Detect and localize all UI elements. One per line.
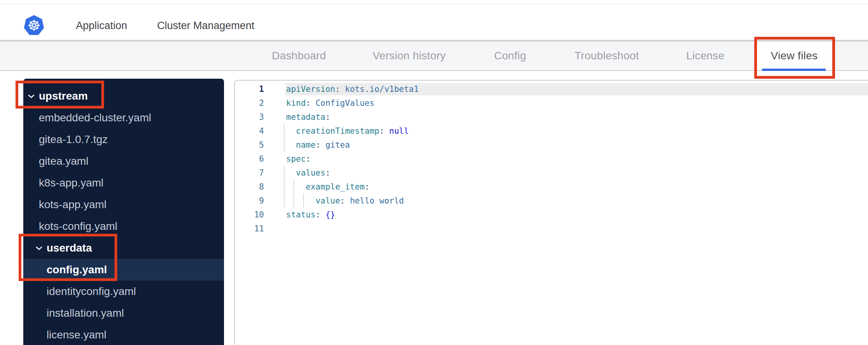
tree-file-embedded-cluster.yaml[interactable]: embedded-cluster.yaml — [23, 107, 224, 129]
tree-item-label: config.yaml — [47, 264, 107, 276]
tree-file-installation.yaml[interactable]: installation.yaml — [23, 302, 224, 324]
line-number: 6 — [235, 152, 264, 166]
subnav-tab-troubleshoot[interactable]: Troubleshoot — [567, 41, 647, 70]
line-number: 5 — [235, 138, 264, 152]
tree-item-label: identityconfig.yaml — [47, 285, 136, 298]
file-tree-sidebar: upstreamembedded-cluster.yamlgitea-1.0.7… — [23, 79, 224, 345]
yaml-code-editor[interactable]: 1apiVersion: kots.io/v1beta12kind: Confi… — [234, 80, 868, 345]
code-line-3: 3metadata: — [235, 110, 868, 124]
helm-wheel-icon: ☸ — [27, 18, 40, 33]
line-number: 9 — [235, 194, 264, 208]
code-line-9: 9 value: hello world — [235, 194, 868, 208]
tree-file-kots-config.yaml[interactable]: kots-config.yaml — [23, 216, 224, 237]
tree-item-label: embedded-cluster.yaml — [39, 112, 151, 124]
subnav-tab-view-files[interactable]: View files — [757, 41, 832, 70]
tree-file-gitea.yaml[interactable]: gitea.yaml — [23, 150, 224, 172]
code-line-8: 8 example_item: — [235, 180, 868, 194]
view-files-active-underline — [762, 69, 826, 71]
line-number: 2 — [235, 96, 264, 110]
tab-cluster-management[interactable]: Cluster Management — [148, 16, 264, 35]
tree-item-label: k8s-app.yaml — [39, 177, 104, 189]
code-line-6: 6spec: — [235, 152, 868, 166]
subnav-tab-dashboard[interactable]: Dashboard — [264, 41, 334, 70]
indent-guide — [284, 166, 285, 180]
tab-application[interactable]: Application — [61, 16, 142, 35]
tree-folder-userdata[interactable]: userdata — [23, 237, 224, 259]
tree-item-label: kots-config.yaml — [39, 220, 117, 233]
tree-item-label: gitea.yaml — [39, 155, 89, 167]
chevron-down-icon[interactable] — [36, 246, 42, 250]
tree-file-license.yaml[interactable]: license.yaml — [23, 324, 224, 345]
code-line-11: 11 — [235, 222, 868, 236]
indent-guide — [284, 194, 285, 208]
subnav-tab-license[interactable]: License — [679, 41, 733, 70]
kots-admin-console: ☸ Application Cluster Management Dashboa… — [0, 0, 868, 345]
tree-file-kots-app.yaml[interactable]: kots-app.yaml — [23, 194, 224, 216]
tree-file-k8s-app.yaml[interactable]: k8s-app.yaml — [23, 172, 224, 194]
subnav-tab-config[interactable]: Config — [486, 41, 534, 70]
indent-guide — [284, 124, 285, 138]
code-line-text: spec: — [286, 152, 311, 166]
tree-item-label: gitea-1.0.7.tgz — [39, 133, 108, 146]
tree-item-label: license.yaml — [47, 329, 106, 341]
kubernetes-logo-icon: ☸ — [23, 15, 45, 36]
code-line-text: example_item: — [286, 180, 370, 194]
tree-item-label: upstream — [39, 90, 88, 102]
tree-file-config.yaml[interactable]: config.yaml — [23, 259, 224, 281]
line-number: 4 — [235, 124, 264, 138]
tree-folder-upstream[interactable]: upstream — [23, 85, 224, 107]
code-line-10: 10status: {} — [235, 208, 868, 222]
code-line-text: creationTimestamp: null — [286, 124, 409, 138]
line-number: 3 — [235, 110, 264, 124]
code-line-text: values: — [286, 166, 330, 180]
chevron-down-icon[interactable] — [28, 94, 35, 98]
indent-guide — [284, 180, 285, 194]
code-line-4: 4 creationTimestamp: null — [235, 124, 868, 138]
line-number: 7 — [235, 166, 264, 180]
code-line-text: status: {} — [286, 208, 335, 222]
tree-item-label: installation.yaml — [47, 307, 124, 319]
app-header: ☸ Application Cluster Management — [0, 4, 868, 41]
tree-file-gitea-1.0.7.tgz[interactable]: gitea-1.0.7.tgz — [23, 129, 224, 150]
line-number: 11 — [235, 222, 264, 236]
tree-item-label: kots-app.yaml — [39, 198, 106, 211]
indent-guide — [284, 138, 285, 152]
code-line-text: value: hello world — [286, 194, 404, 208]
line-number: 1 — [235, 82, 264, 96]
app-subnav: DashboardVersion historyConfigTroublesho… — [0, 41, 868, 71]
code-line-text: kind: ConfigValues — [286, 96, 375, 110]
tree-file-identityconfig.yaml[interactable]: identityconfig.yaml — [23, 281, 224, 302]
code-line-text: name: gitea — [286, 138, 350, 152]
line-number: 8 — [235, 180, 264, 194]
tree-item-label: userdata — [47, 242, 92, 254]
subnav-tab-version-history[interactable]: Version history — [365, 41, 453, 70]
line-number: 10 — [235, 208, 264, 222]
code-line-7: 7 values: — [235, 166, 868, 180]
code-line-5: 5 name: gitea — [235, 138, 868, 152]
code-line-2: 2kind: ConfigValues — [235, 96, 868, 110]
code-line-text: metadata: — [286, 110, 330, 124]
code-line-text: apiVersion: kots.io/v1beta1 — [286, 82, 418, 96]
code-line-1: 1apiVersion: kots.io/v1beta1 — [235, 82, 868, 96]
